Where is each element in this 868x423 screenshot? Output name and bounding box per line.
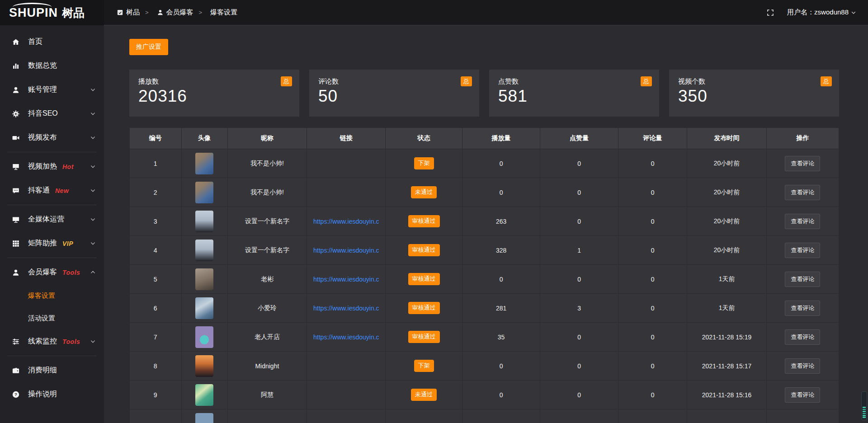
- video-link[interactable]: https://www.iesdouyin.c: [313, 218, 379, 225]
- cell-nickname: 阿慧: [227, 381, 307, 409]
- view-comments-button[interactable]: 查看评论: [785, 387, 820, 403]
- sidebar-item-doukatong[interactable]: 抖客通 New: [0, 179, 104, 202]
- cell-action: 查看评论: [766, 207, 839, 236]
- sliders-icon: [12, 338, 21, 346]
- cell-comments: 0: [618, 236, 687, 265]
- view-comments-button[interactable]: 查看评论: [785, 243, 820, 258]
- nav-label: 抖客通: [28, 186, 50, 195]
- breadcrumb-item-member-baoke[interactable]: > 会员爆客: [140, 8, 193, 17]
- chevron-down-icon: [851, 10, 856, 15]
- cell-likes: 1: [540, 236, 618, 265]
- nav-label: 会员爆客: [28, 268, 57, 277]
- video-link[interactable]: https://www.iesdouyin.c: [313, 305, 379, 312]
- scrollbar-widget[interactable]: [861, 391, 867, 420]
- promo-settings-button[interactable]: 推广设置: [129, 39, 168, 55]
- column-header: 点赞量: [540, 128, 618, 149]
- view-comments-button[interactable]: 查看评论: [785, 272, 820, 287]
- sidebar-item-matrix-boost[interactable]: 矩阵助推 VIP: [0, 231, 104, 255]
- view-comments-button[interactable]: 查看评论: [785, 358, 820, 374]
- cell-plays: [462, 409, 540, 423]
- table-row: 7 老人开店 https://www.iesdouyin.c 审核通过 35 0…: [130, 323, 839, 352]
- nav-label: 账号管理: [28, 85, 57, 94]
- video-link[interactable]: https://www.iesdouyin.c: [313, 276, 379, 283]
- gear-icon: [12, 110, 21, 118]
- sidebar-item-clue-monitor[interactable]: 线索监控 Tools: [0, 329, 104, 353]
- sidebar-item-consumption-detail[interactable]: 消费明细: [0, 358, 104, 382]
- cell-number: 8: [130, 352, 182, 381]
- table-row: 4 设置一个新名字 https://www.iesdouyin.c 审核通过 3…: [130, 236, 839, 265]
- cell-action: 查看评论: [766, 381, 839, 409]
- breadcrumb-item-shupin[interactable]: 树品: [117, 8, 140, 17]
- stat-card-comments-total: 评论数 50 总: [309, 70, 479, 117]
- sidebar-subitem-activity-settings[interactable]: 活动设置: [0, 307, 104, 329]
- sidebar-item-video-publish[interactable]: 视频发布: [0, 126, 104, 150]
- cell-likes: 0: [540, 381, 618, 409]
- video-link[interactable]: https://www.iesdouyin.c: [313, 334, 379, 341]
- cell-plays: 281: [462, 294, 540, 323]
- user-icon: [12, 268, 21, 277]
- cell-likes: 3: [540, 294, 618, 323]
- column-header: 发布时间: [687, 128, 767, 149]
- cell-plays: 328: [462, 236, 540, 265]
- view-comments-button[interactable]: 查看评论: [785, 301, 820, 316]
- view-comments-button[interactable]: 查看评论: [785, 185, 820, 200]
- cell-avatar: [181, 207, 227, 236]
- scrollbar-thumb[interactable]: [863, 407, 866, 418]
- sidebar-item-home[interactable]: 首页: [0, 30, 104, 54]
- sidebar-item-omni-media[interactable]: 全媒体运营: [0, 207, 104, 231]
- cell-publish-time: [687, 409, 767, 423]
- cell-likes: 0: [540, 178, 618, 207]
- status-badge: 审核通过: [408, 244, 440, 256]
- sidebar-subitem-baoke-settings[interactable]: 爆客设置: [0, 284, 104, 307]
- breadcrumb-item-baoke-settings[interactable]: > 爆客设置: [193, 8, 238, 17]
- avatar: [195, 355, 213, 377]
- nav-tag: Tools: [62, 269, 80, 276]
- cell-comments: 0: [618, 381, 687, 409]
- sidebar-item-member-baoke[interactable]: 会员爆客 Tools: [0, 260, 104, 284]
- status-badge: 下架: [414, 157, 434, 169]
- home-icon: [12, 38, 21, 46]
- fullscreen-icon[interactable]: [766, 9, 774, 17]
- stat-label: 视频个数: [678, 77, 830, 86]
- logo[interactable]: SHUPIN 树品: [0, 0, 104, 25]
- view-comments-button[interactable]: 查看评论: [785, 329, 820, 345]
- cell-comments: 0: [618, 265, 687, 294]
- cell-plays: 0: [462, 381, 540, 409]
- sidebar-divider: [7, 152, 97, 152]
- sidebar-item-operation-guide[interactable]: ? 操作说明: [0, 382, 104, 406]
- cell-likes: 0: [540, 149, 618, 178]
- video-link[interactable]: https://www.iesdouyin.c: [313, 247, 379, 254]
- comment-icon: [12, 187, 21, 195]
- stat-total-badge: 总: [461, 76, 472, 86]
- chev-down-icon: [90, 111, 96, 117]
- nav-label: 全媒体运营: [28, 215, 64, 224]
- video-icon: [12, 134, 21, 142]
- cell-publish-time: 2021-11-28 15:16: [687, 381, 767, 409]
- cell-avatar: [181, 265, 227, 294]
- chev-down-icon: [90, 135, 96, 141]
- cell-link: https://www.iesdouyin.c: [307, 236, 386, 265]
- view-comments-button[interactable]: 查看评论: [785, 214, 820, 229]
- sidebar-item-account-management[interactable]: 账号管理: [0, 78, 104, 102]
- user-icon: [12, 86, 21, 94]
- cell-status: 审核通过: [386, 294, 462, 323]
- cell-link: [307, 178, 386, 207]
- status-badge: 审核通过: [408, 215, 440, 227]
- stat-value: 581: [498, 87, 650, 106]
- chev-down-icon: [90, 164, 96, 169]
- screen-icon: [12, 163, 21, 171]
- cell-number: 5: [130, 265, 182, 294]
- username-menu[interactable]: 用户名：zswodun88: [787, 8, 856, 17]
- sidebar-item-douyin-seo[interactable]: 抖音SEO: [0, 102, 104, 126]
- cell-nickname: 我不是小帅!: [227, 149, 307, 178]
- cell-status: [386, 409, 462, 423]
- sidebar-item-video-heating[interactable]: 视频加热 Hot: [0, 155, 104, 179]
- stat-total-badge: 总: [641, 76, 652, 86]
- column-header: 编号: [130, 128, 182, 149]
- column-header: 状态: [386, 128, 462, 149]
- sidebar-item-data-overview[interactable]: 数据总览: [0, 54, 104, 78]
- cell-plays: 0: [462, 265, 540, 294]
- cell-comments: 0: [618, 294, 687, 323]
- avatar: [195, 413, 213, 423]
- view-comments-button[interactable]: 查看评论: [785, 156, 820, 171]
